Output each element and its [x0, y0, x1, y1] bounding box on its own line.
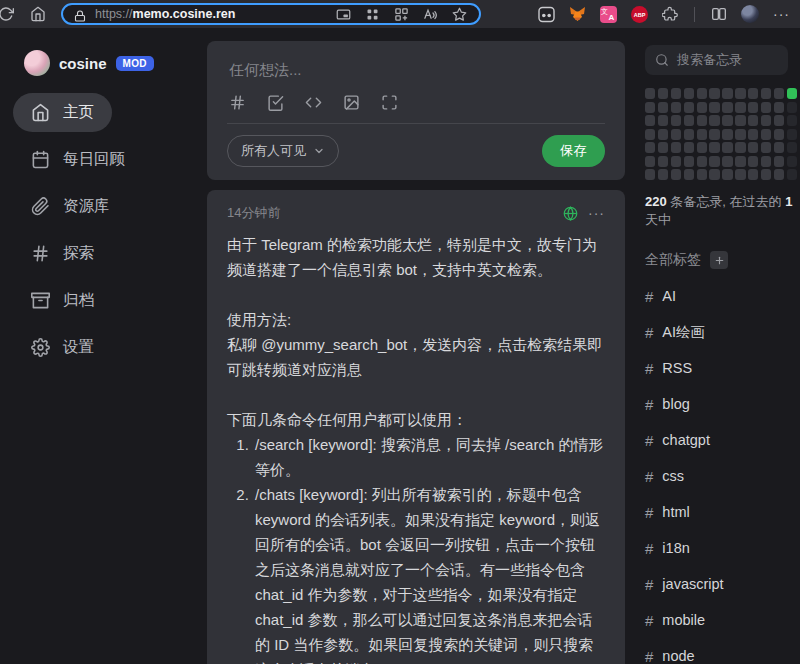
heatmap-cell[interactable] — [748, 129, 758, 140]
home-icon[interactable] — [30, 6, 46, 22]
heatmap-cell[interactable] — [748, 169, 758, 180]
heatmap-cell[interactable] — [697, 156, 707, 167]
tag-item[interactable]: #i18n — [645, 530, 797, 566]
heatmap-cell[interactable] — [787, 88, 797, 99]
heatmap-cell[interactable] — [684, 156, 694, 167]
heatmap-cell[interactable] — [722, 129, 732, 140]
heatmap-cell[interactable] — [735, 115, 745, 126]
heatmap-cell[interactable] — [697, 142, 707, 153]
heatmap-cell[interactable] — [709, 129, 719, 140]
heatmap-cell[interactable] — [735, 102, 745, 113]
heatmap-cell[interactable] — [787, 169, 797, 180]
tag-item[interactable]: #AI — [645, 278, 797, 314]
pip-icon[interactable] — [336, 7, 351, 22]
heatmap-cell[interactable] — [761, 129, 771, 140]
heatmap-cell[interactable] — [774, 129, 784, 140]
heatmap-cell[interactable] — [722, 88, 732, 99]
heatmap-cell[interactable] — [658, 156, 668, 167]
heatmap-cell[interactable] — [774, 88, 784, 99]
heatmap-cell[interactable] — [774, 102, 784, 113]
activity-heatmap[interactable] — [645, 88, 797, 180]
bookmark-star-icon[interactable] — [452, 7, 467, 22]
heatmap-cell[interactable] — [658, 102, 668, 113]
heatmap-cell[interactable] — [722, 142, 732, 153]
puzzle-extensions-icon[interactable] — [662, 6, 678, 22]
heatmap-cell[interactable] — [697, 88, 707, 99]
heatmap-cell[interactable] — [787, 115, 797, 126]
heatmap-cell[interactable] — [787, 142, 797, 153]
heatmap-cell[interactable] — [658, 88, 668, 99]
heatmap-cell[interactable] — [735, 169, 745, 180]
heatmap-cell[interactable] — [697, 102, 707, 113]
heatmap-cell[interactable] — [761, 115, 771, 126]
heatmap-cell[interactable] — [645, 115, 655, 126]
heatmap-cell[interactable] — [645, 102, 655, 113]
checkbox-icon[interactable] — [267, 94, 284, 111]
sidebar-item-home[interactable]: 主页 — [13, 93, 112, 132]
heatmap-cell[interactable] — [658, 169, 668, 180]
fullscreen-icon[interactable] — [381, 94, 398, 111]
tag-item[interactable]: #AI绘画 — [645, 314, 797, 350]
heatmap-cell[interactable] — [684, 129, 694, 140]
memo-editor[interactable]: 任何想法... 所有人可见 保存 — [207, 41, 625, 180]
heatmap-cell[interactable] — [645, 129, 655, 140]
sidebar-item-explore[interactable]: 探索 — [13, 234, 112, 273]
tag-item[interactable]: #css — [645, 458, 797, 494]
visibility-select[interactable]: 所有人可见 — [227, 135, 339, 167]
heatmap-cell[interactable] — [748, 142, 758, 153]
search-memos-input[interactable]: 搜索备忘录 — [645, 45, 788, 75]
heatmap-cell[interactable] — [761, 142, 771, 153]
heatmap-cell[interactable] — [722, 102, 732, 113]
user-avatar[interactable] — [24, 50, 50, 76]
heatmap-cell[interactable] — [684, 88, 694, 99]
heatmap-cell[interactable] — [787, 156, 797, 167]
tag-item[interactable]: #mobile — [645, 602, 797, 638]
heatmap-cell[interactable] — [709, 169, 719, 180]
sidebar-item-daily-review[interactable]: 每日回顾 — [13, 140, 143, 179]
heatmap-cell[interactable] — [671, 156, 681, 167]
metamask-fox-icon[interactable] — [569, 6, 586, 23]
memo-more-icon[interactable]: ··· — [588, 206, 605, 220]
sidebar-item-resources[interactable]: 资源库 — [13, 187, 128, 226]
browser-profile-avatar[interactable] — [741, 5, 759, 23]
heatmap-cell[interactable] — [709, 102, 719, 113]
editor-input[interactable]: 任何想法... — [227, 55, 605, 94]
heatmap-cell[interactable] — [774, 115, 784, 126]
code-icon[interactable] — [305, 94, 322, 111]
heatmap-cell[interactable] — [645, 142, 655, 153]
heatmap-cell[interactable] — [671, 129, 681, 140]
save-button[interactable]: 保存 — [542, 135, 605, 167]
heatmap-cell[interactable] — [774, 142, 784, 153]
heatmap-cell[interactable] — [748, 102, 758, 113]
adblock-plus-icon[interactable]: ABP — [631, 6, 648, 23]
heatmap-cell[interactable] — [774, 169, 784, 180]
heatmap-cell[interactable] — [748, 115, 758, 126]
heatmap-cell[interactable] — [709, 115, 719, 126]
heatmap-cell[interactable] — [684, 102, 694, 113]
heatmap-cell[interactable] — [774, 156, 784, 167]
reader-voice-icon[interactable] — [423, 7, 438, 22]
heatmap-cell[interactable] — [735, 142, 745, 153]
heatmap-cell[interactable] — [748, 156, 758, 167]
image-icon[interactable] — [343, 94, 360, 111]
heatmap-cell[interactable] — [697, 129, 707, 140]
address-bar[interactable]: https://memo.cosine.ren — [61, 3, 481, 25]
heatmap-cell[interactable] — [671, 142, 681, 153]
grid-dots-icon[interactable] — [365, 7, 380, 22]
heatmap-cell[interactable] — [671, 115, 681, 126]
heatmap-cell[interactable] — [722, 169, 732, 180]
heatmap-cell[interactable] — [671, 88, 681, 99]
heatmap-cell[interactable] — [722, 115, 732, 126]
heatmap-cell[interactable] — [645, 156, 655, 167]
tag-item[interactable]: #javascript — [645, 566, 797, 602]
tag-hash-icon[interactable] — [229, 94, 246, 111]
sidebar-item-settings[interactable]: 设置 — [13, 328, 112, 367]
browser-menu-icon[interactable]: ··· — [773, 7, 790, 21]
add-tag-button[interactable] — [710, 251, 728, 269]
heatmap-cell[interactable] — [735, 129, 745, 140]
heatmap-cell[interactable] — [761, 102, 771, 113]
split-view-icon[interactable] — [711, 6, 727, 22]
heatmap-cell[interactable] — [722, 156, 732, 167]
heatmap-cell[interactable] — [684, 142, 694, 153]
heatmap-cell[interactable] — [658, 129, 668, 140]
